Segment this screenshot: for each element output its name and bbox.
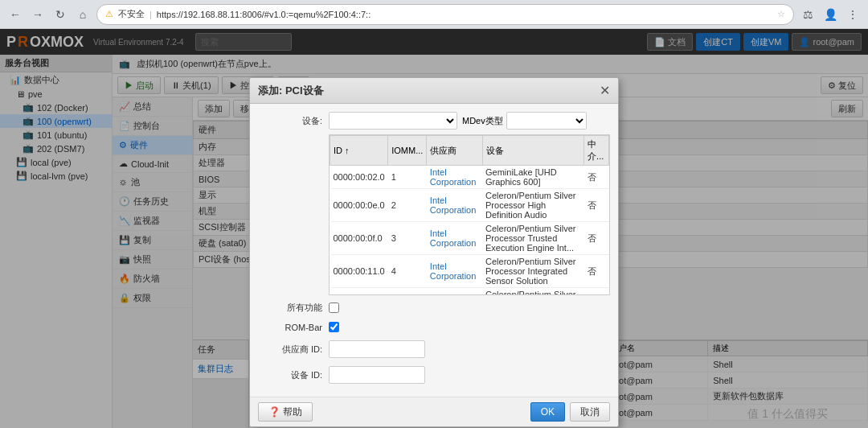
modal-header: 添加: PCI设备 ✕ (250, 78, 618, 104)
modal-body: 设备: MDev类型 ID ↑ IOMM... 供应商 (250, 104, 618, 397)
device-id-label: 设备 ID: (258, 369, 322, 381)
help-button[interactable]: ❓ 帮助 (258, 402, 313, 422)
dev-device-cell: GeminiLake [UHD Graphics 600] (482, 166, 584, 189)
security-warning: ⚠ (105, 9, 113, 19)
dev-id-cell: 0000:00:02.0 (330, 166, 388, 189)
dev-mediator-cell: 否 (584, 166, 609, 189)
device-id-input[interactable] (329, 366, 425, 384)
mdev-select[interactable] (506, 112, 587, 130)
dev-vendor-cell: Intel Corporation (427, 166, 482, 189)
dev-iommu-cell: 2 (388, 189, 427, 222)
more-button[interactable]: ⋮ (844, 6, 862, 23)
dev-vendor-cell: Intel Corporation (427, 189, 482, 222)
address-bar: ⚠ 不安全 | https://192.168.88.11:8006/#v1.0… (96, 4, 794, 25)
list-item[interactable]: 0000:00:0e.0 2 Intel Corporation Celeron… (330, 189, 609, 222)
dev-iommu-cell: 3 (388, 222, 427, 255)
extensions-button[interactable]: ⚖ (799, 6, 817, 23)
account-button[interactable]: 👤 (821, 6, 839, 23)
dev-id-cell: 0000:00:12.0 (330, 288, 388, 296)
dev-device-cell: Celeron/Pentium Silver Processor SATA Co… (482, 288, 584, 296)
modal-overlay: 添加: PCI设备 ✕ 设备: MDev类型 ID ↑ (0, 29, 868, 428)
add-pci-modal: 添加: PCI设备 ✕ 设备: MDev类型 ID ↑ (249, 77, 619, 427)
home-button[interactable]: ⌂ (74, 6, 92, 23)
list-item[interactable]: 0000:00:02.0 1 Intel Corporation GeminiL… (330, 166, 609, 189)
device-label: 设备: (258, 115, 322, 127)
help-label: ❓ 帮助 (268, 406, 302, 418)
url-text: https://192.168.88.11:8006/#v1.0:=qemu%2… (157, 10, 772, 19)
dev-mediator-cell: 否 (584, 288, 609, 296)
mdev-label: MDev类型 (462, 115, 503, 127)
vendor-id-label: 供应商 ID: (258, 344, 322, 356)
dev-id-cell: 0000:00:0e.0 (330, 189, 388, 222)
ok-button[interactable]: OK (530, 402, 565, 422)
vendor-id-row: 供应商 ID: (258, 340, 610, 358)
dev-device-cell: Celeron/Pentium Silver Processor Trusted… (482, 222, 584, 255)
device-id-row: 设备 ID: (258, 366, 610, 384)
all-func-checkbox[interactable] (329, 302, 339, 313)
dev-mediator-cell: 否 (584, 255, 609, 288)
ok-label: OK (541, 406, 555, 418)
browser-chrome: ← → ↻ ⌂ ⚠ 不安全 | https://192.168.88.11:80… (0, 0, 868, 29)
dev-id-cell: 0000:00:11.0 (330, 255, 388, 288)
dev-iommu-cell: 1 (388, 166, 427, 189)
vendor-id-input[interactable] (329, 340, 425, 358)
modal-title: 添加: PCI设备 (258, 84, 324, 98)
refresh-button[interactable]: ↻ (51, 6, 69, 23)
dev-col-device[interactable]: 设备 (482, 136, 584, 166)
device-table-container: ID ↑ IOMM... 供应商 设备 中介... 0000:00:02.0 1… (329, 134, 610, 295)
dev-col-id[interactable]: ID ↑ (330, 136, 388, 166)
dev-mediator-cell: 否 (584, 222, 609, 255)
dev-iommu-cell: 5 (388, 288, 427, 296)
all-func-row: 所有功能 (258, 302, 610, 314)
dev-col-vendor[interactable]: 供应商 (427, 136, 482, 166)
star-icon[interactable]: ☆ (777, 9, 785, 19)
cancel-button[interactable]: 取消 (570, 402, 610, 422)
dev-vendor-cell: Intel Corporation (427, 222, 482, 255)
device-row: 设备: MDev类型 (258, 112, 610, 130)
rom-bar-checkbox[interactable] (329, 322, 339, 332)
dev-iommu-cell: 4 (388, 255, 427, 288)
forward-button[interactable]: → (29, 6, 47, 23)
back-button[interactable]: ← (6, 6, 24, 23)
dev-device-cell: Celeron/Pentium Silver Processor Integra… (482, 255, 584, 288)
dev-vendor-cell: Intel Corporation (427, 288, 482, 296)
dev-col-iommu[interactable]: IOMM... (388, 136, 427, 166)
modal-footer: ❓ 帮助 OK 取消 (250, 397, 618, 426)
dev-device-cell: Celeron/Pentium Silver Processor High De… (482, 189, 584, 222)
device-select[interactable] (329, 112, 457, 130)
security-label: 不安全 (118, 8, 145, 20)
dev-vendor-cell: Intel Corporation (427, 255, 482, 288)
rom-bar-row: ROM-Bar (258, 322, 610, 332)
rom-bar-label: ROM-Bar (258, 323, 322, 332)
modal-close-button[interactable]: ✕ (600, 83, 610, 98)
dev-col-mediator[interactable]: 中介... (584, 136, 609, 166)
cancel-label: 取消 (580, 406, 600, 418)
dev-mediator-cell: 否 (584, 189, 609, 222)
dev-id-cell: 0000:00:0f.0 (330, 222, 388, 255)
all-func-label: 所有功能 (258, 302, 322, 314)
device-table: ID ↑ IOMM... 供应商 设备 中介... 0000:00:02.0 1… (330, 135, 609, 295)
list-item[interactable]: 0000:00:12.0 5 Intel Corporation Celeron… (330, 288, 609, 296)
list-item[interactable]: 0000:00:0f.0 3 Intel Corporation Celeron… (330, 222, 609, 255)
list-item[interactable]: 0000:00:11.0 4 Intel Corporation Celeron… (330, 255, 609, 288)
